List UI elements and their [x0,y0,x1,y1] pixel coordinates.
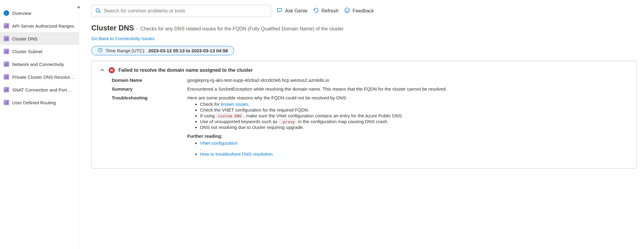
domain-name-value: googleproj-rg-aks-test-supp-40cba2-dccdc… [187,78,628,83]
svg-rect-4 [6,25,7,28]
feedback-button[interactable]: Feedback [344,7,374,15]
smile-icon [344,7,350,15]
sidebar-item-network[interactable]: Network and Connectivity [0,58,79,71]
sidebar-item-snat[interactable]: SNAT Connection and Port Al... [0,83,79,96]
further-dot: . [200,146,628,151]
error-icon [109,67,115,73]
back-link[interactable]: Go Back to Connectivity Issues [91,36,155,41]
chart-icon [4,36,9,41]
further-item-vnet: VNet configuration . [200,140,628,151]
sidebar-item-label: API Server Authorized Ranges [12,23,74,29]
svg-rect-23 [5,90,5,92]
search-box[interactable] [91,5,271,17]
chart-icon [4,23,9,29]
troubleshooting-block: Here are some possible reasons why the F… [187,95,628,159]
domain-name-label: Domain Name [112,78,185,83]
page-title: Cluster DNS [91,24,134,32]
sidebar-item-udr[interactable]: User Defined Routing [0,96,79,109]
page-subtitle-sep: - [136,26,138,32]
sidebar-collapse-icon[interactable]: ◀ [77,5,79,9]
page-subtitle: Checks for any DNS related issues for th… [140,26,344,32]
sidebar-item-label: Cluster Subnet [12,49,42,54]
svg-point-32 [345,8,350,13]
svg-point-33 [346,10,346,10]
chart-icon [4,61,9,67]
svg-point-30 [96,9,99,12]
svg-rect-13 [7,50,8,53]
refresh-icon [313,7,319,15]
svg-rect-17 [7,62,8,66]
svg-rect-12 [6,50,7,53]
chevron-up-icon[interactable] [100,67,105,73]
svg-rect-3 [5,26,5,28]
sidebar-item-cluster-subnet[interactable]: Cluster Subnet [0,45,79,58]
chart-icon [4,100,9,105]
summary-value: Encountered a SocketException while reso… [187,86,628,92]
ts-item-keywords: Use of unsupported keywords such as .pro… [200,119,628,124]
sidebar-item-api-server[interactable]: API Server Authorized Ranges [0,19,79,32]
vnet-config-link[interactable]: VNet configuration [200,140,238,146]
svg-rect-7 [5,39,5,40]
sidebar-item-label: SNAT Connection and Port Al... [12,87,75,92]
chat-icon [276,7,283,15]
summary-label: Summary [112,86,185,92]
sidebar-item-label: Cluster DNS [12,36,37,41]
troubleshooting-label: Troubleshooting [112,95,185,159]
known-issues-link[interactable]: known issues [221,102,248,107]
svg-rect-16 [6,63,7,66]
ts-item-custom-dns: If using custom DNS, make sure the VNet … [200,113,628,118]
further-reading-label: Further reading: [187,133,628,139]
sidebar-item-overview[interactable]: i Overview [0,7,79,19]
svg-rect-27 [5,102,5,104]
toolbar: Ask Genie Refresh Feedback [91,4,637,18]
svg-text:i: i [6,11,7,16]
svg-rect-29 [7,101,8,104]
svg-rect-15 [5,64,5,66]
svg-rect-9 [7,37,8,40]
tool-label: Refresh [322,8,339,14]
svg-rect-25 [7,88,8,91]
sidebar-item-cluster-dns[interactable]: Cluster DNS [0,32,79,45]
further-item-dns: How to troubleshoot DNS resolution [200,151,628,157]
sidebar: ◀ i Overview API Server Authorized Range… [0,0,79,249]
svg-rect-28 [6,102,7,104]
time-range-value: 2023-03-12 05:13 to 2023-03-13 04:58 [148,48,228,53]
chart-icon [4,87,9,92]
chart-icon [4,49,9,54]
tool-label: Feedback [353,8,374,14]
search-input[interactable] [104,8,267,14]
search-icon [95,8,101,14]
troubleshooting-intro: Here are some possible reasons why the F… [187,95,628,100]
clock-icon [98,48,103,54]
ts-item-upgrade: DNS not resolving due to cluster requiri… [200,125,628,130]
ask-genie-button[interactable]: Ask Genie [276,7,308,15]
ts-item-vnet: Check the VNET configuration for the req… [200,107,628,112]
sidebar-item-private-dns[interactable]: Private Cluster DNS Resolutio... [0,71,79,83]
dns-troubleshoot-link[interactable]: How to troubleshoot DNS resolution [200,151,273,157]
diagnostic-title: Failed to resolve the domain name assign… [118,67,253,73]
code-custom-dns: custom DNS [216,113,244,119]
main-content: Ask Genie Refresh Feedback Cluster DNS -… [79,0,644,249]
time-range-label: Time Range (UTC): [106,48,145,53]
ts-item-known-issues: Check for known issues. [200,102,628,107]
sidebar-item-label: User Defined Routing [12,100,56,105]
sidebar-item-label: Overview [12,11,31,16]
tool-label: Ask Genie [285,8,308,14]
svg-rect-21 [7,75,8,78]
svg-point-34 [348,10,348,10]
svg-line-31 [99,12,100,13]
info-icon: i [4,10,9,16]
chart-icon [4,74,9,80]
refresh-button[interactable]: Refresh [313,7,339,15]
svg-rect-24 [6,89,7,92]
svg-rect-8 [6,38,7,40]
time-range-pill[interactable]: Time Range (UTC): 2023-03-12 05:13 to 20… [91,46,234,55]
svg-rect-11 [5,51,5,53]
sidebar-item-label: Private Cluster DNS Resolutio... [12,74,75,80]
svg-rect-20 [6,76,7,79]
svg-rect-5 [7,24,8,27]
code-proxy: .proxy [279,119,297,124]
svg-rect-19 [5,77,5,79]
sidebar-item-label: Network and Connectivity [12,62,64,67]
diagnostic-panel: Failed to resolve the domain name assign… [91,61,637,168]
